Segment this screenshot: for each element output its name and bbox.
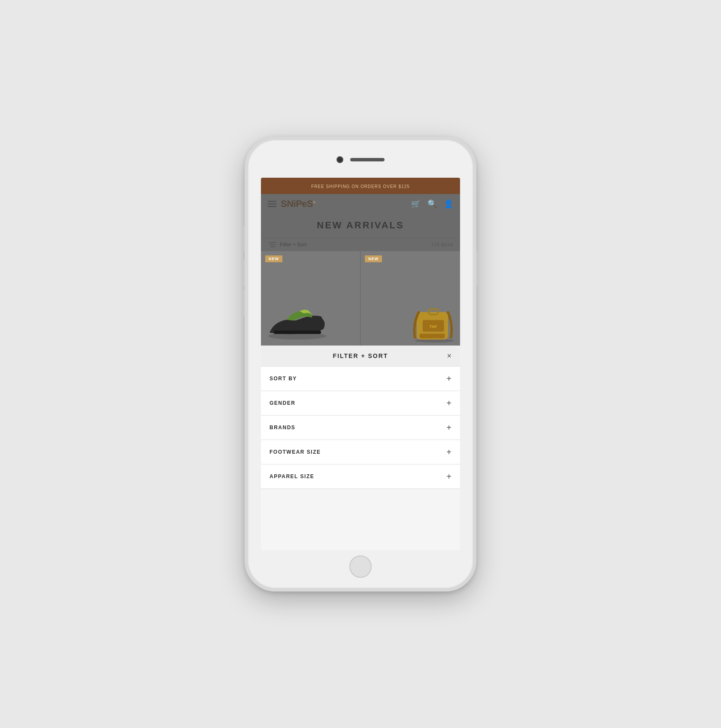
front-camera bbox=[336, 156, 343, 163]
product-badge-2: NEW bbox=[365, 255, 382, 262]
svg-text:TNF: TNF bbox=[429, 325, 437, 329]
page-title: NEW ARRIVALS bbox=[268, 220, 453, 231]
filter-row-apparel-size[interactable]: APPAREL SIZE + bbox=[261, 464, 460, 489]
brands-expand-icon: + bbox=[446, 423, 451, 432]
user-icon[interactable]: 👤 bbox=[444, 199, 453, 209]
cart-icon[interactable]: 🛒 bbox=[411, 199, 421, 209]
product-image-2: TNF bbox=[409, 300, 460, 343]
gender-label: GENDER bbox=[270, 400, 295, 406]
page-title-section: NEW ARRIVALS bbox=[261, 214, 460, 238]
svg-rect-1 bbox=[274, 331, 321, 334]
screen-content: FREE SHIPPING ON ORDERS OVER $125 SNiPeS… bbox=[261, 178, 460, 550]
product-image-1 bbox=[265, 303, 330, 341]
apparel-size-expand-icon: + bbox=[446, 472, 451, 481]
logo-registered: ® bbox=[313, 200, 315, 204]
phone-top-bar bbox=[336, 156, 385, 163]
svg-rect-8 bbox=[419, 334, 445, 338]
close-filter-button[interactable]: × bbox=[447, 352, 451, 361]
filter-line-2 bbox=[270, 244, 276, 245]
product-card-1[interactable]: NEW bbox=[261, 251, 360, 346]
logo-text: SNiPeS bbox=[281, 198, 313, 209]
items-count: 124 items bbox=[431, 242, 453, 248]
filter-sort-icon bbox=[268, 242, 276, 247]
filter-row-sort-by[interactable]: SORT BY + bbox=[261, 367, 460, 391]
snipes-logo[interactable]: SNiPeS® bbox=[281, 198, 315, 209]
filter-row-footwear-size[interactable]: FOOTWEAR SIZE + bbox=[261, 440, 460, 464]
promo-text: FREE SHIPPING ON ORDERS OVER $125 bbox=[311, 184, 410, 189]
gender-expand-icon: + bbox=[446, 399, 451, 407]
sort-by-label: SORT BY bbox=[270, 376, 297, 382]
filter-line-1 bbox=[269, 242, 276, 243]
phone-shell: FREE SHIPPING ON ORDERS OVER $125 SNiPeS… bbox=[245, 136, 476, 592]
home-button[interactable] bbox=[349, 555, 372, 578]
search-icon[interactable]: 🔍 bbox=[427, 199, 437, 209]
product-card-2[interactable]: NEW TNF bbox=[360, 251, 460, 346]
phone-device: FREE SHIPPING ON ORDERS OVER $125 SNiPeS… bbox=[245, 136, 476, 592]
hamburger-line-3 bbox=[268, 206, 276, 207]
filter-row-brands[interactable]: BRANDS + bbox=[261, 416, 460, 440]
filter-row-gender[interactable]: GENDER + bbox=[261, 391, 460, 416]
filter-panel: FILTER + SORT × SORT BY + GENDER + BRAND… bbox=[261, 346, 460, 550]
brands-label: BRANDS bbox=[270, 425, 295, 431]
promo-bar: FREE SHIPPING ON ORDERS OVER $125 bbox=[261, 178, 460, 194]
filter-line-3 bbox=[270, 246, 275, 247]
hamburger-line-2 bbox=[268, 203, 276, 204]
hamburger-line-1 bbox=[268, 201, 276, 202]
filter-sort-button[interactable]: Filter + Sort bbox=[268, 242, 306, 248]
product-badge-1: NEW bbox=[265, 255, 282, 262]
nav-left: SNiPeS® bbox=[268, 198, 315, 209]
speaker-grill bbox=[350, 158, 385, 161]
sort-by-expand-icon: + bbox=[446, 374, 451, 383]
filter-sort-label: Filter + Sort bbox=[280, 242, 306, 248]
filter-panel-header: FILTER + SORT × bbox=[261, 346, 460, 367]
footwear-size-expand-icon: + bbox=[446, 448, 451, 456]
apparel-size-label: APPAREL SIZE bbox=[270, 473, 314, 479]
filter-panel-title: FILTER + SORT bbox=[333, 352, 388, 359]
filter-bar: Filter + Sort 124 items bbox=[261, 238, 460, 251]
phone-screen: FREE SHIPPING ON ORDERS OVER $125 SNiPeS… bbox=[261, 178, 460, 550]
footwear-size-label: FOOTWEAR SIZE bbox=[270, 449, 321, 455]
navigation-bar: SNiPeS® 🛒 🔍 👤 bbox=[261, 194, 460, 214]
nav-icons: 🛒 🔍 👤 bbox=[411, 199, 453, 209]
products-grid: NEW NEW bbox=[261, 251, 460, 346]
hamburger-menu-icon[interactable] bbox=[268, 201, 276, 207]
